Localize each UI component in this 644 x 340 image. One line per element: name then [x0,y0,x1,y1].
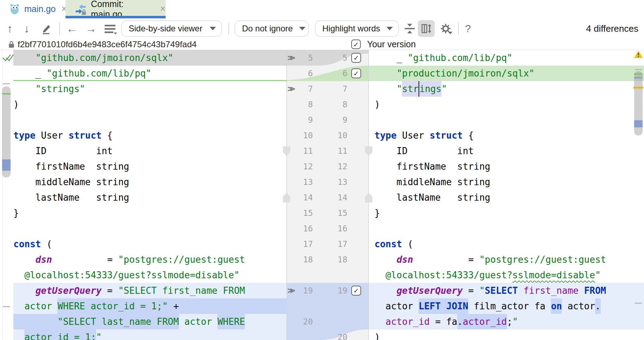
help-button[interactable]: ? [465,18,471,39]
code-row[interactable]: actor_id = 1;" [13,329,286,340]
code-row[interactable]: firstName string [13,159,286,174]
code-segment: ( [402,236,413,252]
code-segment: actor_id = 1; [24,329,96,340]
diff-viewer-window: main.go × Commit: main.go × ↑ ↓ [0,0,644,340]
code-segment: actor [374,298,419,314]
code-row[interactable]: actor_id = fa.actor_id;" [369,314,644,329]
code-segment [13,252,36,267]
code-row[interactable]: "strings" [13,81,286,97]
code-segment: " [96,329,102,340]
include-all-checkbox[interactable]: ✓ [351,40,361,49]
code-segment [374,81,397,97]
code-segment [374,283,397,298]
toolbar-separator [228,22,229,35]
code-row[interactable]: "production/jmoiron/sqlx" [369,66,644,81]
code-row[interactable]: dsn = "postgres://guest:guest [13,252,286,267]
code-row[interactable]: lastName string [13,190,286,205]
lock-icon [8,40,14,50]
code-segment: getUserQuery [36,283,102,298]
code-row[interactable]: type User struct { [13,128,286,143]
warning-location-mark [633,87,643,89]
code-row[interactable]: ) [369,97,644,112]
code-row[interactable]: dsn = "postgres://guest:guest [369,252,644,267]
include-change-checkbox[interactable]: ✓ [351,68,361,78]
code-row[interactable]: @localhost:54333/guest?sslmode=disable" [13,267,286,283]
code-row[interactable]: const ( [369,236,644,252]
compare-menu-icon[interactable] [104,23,117,37]
code-segment: "postgres://guest:guest [118,252,245,267]
toolbar-separator [59,22,60,35]
whitespace-ignore-select[interactable]: Do not ignore [235,20,309,37]
code-segment [374,252,397,267]
left-editor-pane[interactable]: "github.com/jmoiron/sqlx" _ "github.com/… [13,50,286,340]
code-segment: _ [374,50,408,66]
code-row[interactable]: getUserQuery = "SELECT first_name FROM [13,283,286,298]
tab-commit-main-go[interactable]: Commit: main.go × [66,0,166,18]
tab-main-go[interactable]: main.go × [0,0,66,18]
next-difference-button[interactable]: ↓ [24,18,30,39]
code-segment: @localhost:54333/guest?sslmode=disable" [24,267,239,283]
code-row[interactable]: firstName string [369,159,644,174]
code-row[interactable]: ) [369,329,644,340]
collapse-unchanged-icon[interactable] [404,23,416,36]
code-row[interactable]: actor LEFT JOIN film_actor fa on actor. [369,298,644,314]
code-row[interactable]: middleName string [369,174,644,190]
code-row[interactable]: "SELECT last_name FROM actor WHERE [13,314,286,329]
warning-triangle-icon[interactable] [633,50,643,60]
include-change-checkbox[interactable]: ✓ [351,286,361,296]
code-row[interactable]: @localhost:54333/guest?sslmode=disable" [369,267,644,283]
chevron-down-icon [448,32,452,34]
code-row[interactable]: "github.com/jmoiron/sqlx" [13,50,286,66]
previous-difference-button[interactable]: ↑ [7,18,13,39]
left-scrollbar[interactable] [2,50,11,340]
close-icon[interactable]: × [160,4,166,14]
sync-scrolling-toggle[interactable] [418,20,435,37]
right-editor-pane[interactable]: _ "github.com/lib/pq" "production/jmoiro… [369,50,644,340]
apply-change-chevron-icon[interactable]: >> [287,283,303,298]
apply-change-chevron-icon[interactable]: >> [287,81,303,97]
right-scrollbar[interactable] [633,50,643,340]
code-segment: ) [13,97,19,112]
code-segment [374,66,397,81]
code-row[interactable]: actor WHERE actor_id = 1;" + [13,298,286,314]
code-row[interactable]: ) [13,97,286,112]
scroll-mark [3,306,10,307]
apply-change-chevron-icon[interactable]: >> [287,50,303,66]
line-number-left: 11 [293,143,313,159]
added-change-mark [2,93,11,95]
line-number-left: 17 [293,236,313,252]
highlight-mode-select[interactable]: Highlight words [315,20,399,37]
code-row[interactable]: type User struct { [369,128,644,143]
code-segment: " [441,81,447,97]
code-row[interactable]: ID int [13,143,286,159]
code-segment: " [595,267,601,283]
code-row[interactable]: _ "github.com/lib/pq" [13,66,286,81]
code-segment: . [457,314,463,329]
code-row[interactable]: } [13,205,286,221]
code-row[interactable]: "strings" [369,81,644,97]
line-number-left: 10 [293,128,313,143]
revision-hash: f2bf7701010fd6b4e9483ce6f4754c43b749fad4 [18,39,197,50]
code-row[interactable]: const ( [13,236,286,252]
code-segment: film_actor fa [468,298,551,314]
code-segment: const [13,236,41,252]
code-segment: ID int [13,143,113,159]
code-segment: ID int [374,143,474,159]
line-number-right: 11 [328,143,347,159]
code-row[interactable]: ID int [369,143,644,159]
navigate-right-button[interactable]: → [85,18,97,39]
code-row[interactable]: } [369,205,644,221]
code-row[interactable]: _ "github.com/lib/pq" [369,50,644,66]
code-segment: actor [562,298,595,314]
edit-pencil-icon[interactable] [41,23,53,36]
code-row[interactable]: getUserQuery = "SELECT first_name FROM [369,283,644,298]
line-number-left: 8 [293,97,313,112]
code-segment: "github.com/jmoiron/sqlx" [36,50,173,66]
navigate-left-button[interactable]: ← [66,18,78,39]
scroll-mark [635,69,642,70]
viewer-mode-select[interactable]: Side-by-side viewer [121,20,222,37]
gear-icon[interactable] [440,23,452,36]
include-change-checkbox[interactable]: ✓ [351,53,361,63]
code-row[interactable]: middleName string [13,174,286,190]
code-row[interactable]: lastName string [369,190,644,205]
